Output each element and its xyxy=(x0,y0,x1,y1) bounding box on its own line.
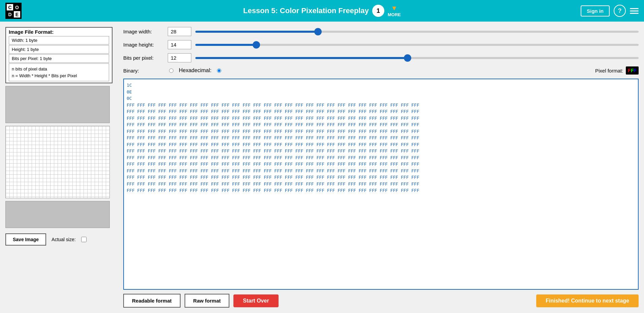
bits-per-pixel-label: Bits per pixel: xyxy=(123,55,164,61)
level-badge: 1 xyxy=(372,5,384,17)
format-note-line1: n bits of pixel data xyxy=(12,66,47,72)
image-width-input[interactable] xyxy=(168,27,191,36)
raw-format-button[interactable]: Raw format xyxy=(185,294,230,308)
help-button[interactable]: ? xyxy=(614,5,626,17)
hexadecimal-radio[interactable] xyxy=(217,68,221,73)
pixel-format-group: Pixel format: FFF xyxy=(595,66,639,75)
logo-o: O xyxy=(14,4,20,10)
binary-radio[interactable] xyxy=(169,68,173,73)
bits-per-pixel-row: Bits per pixel: xyxy=(123,53,639,62)
bottom-controls: Save Image Actual size: xyxy=(5,233,112,246)
more-button[interactable]: ▼ MORE xyxy=(388,4,401,17)
image-width-slider[interactable] xyxy=(195,31,639,33)
format-bpp-row: Bits per Pixel: 1 byte xyxy=(9,54,109,63)
bits-per-pixel-input[interactable] xyxy=(168,53,191,62)
bottom-buttons: Readable format Raw format Start Over Fi… xyxy=(123,294,639,308)
actual-size-checkbox[interactable] xyxy=(81,237,87,242)
bits-per-pixel-slider[interactable] xyxy=(195,57,639,59)
start-over-button[interactable]: Start Over xyxy=(233,294,278,307)
image-height-row: Image height: xyxy=(123,40,639,49)
format-height-row: Height: 1 byte xyxy=(9,45,109,54)
right-panel: Image width: Image height: Bits per pixe… xyxy=(118,22,644,313)
pixel-format-display: FFF xyxy=(626,66,639,75)
format-box-title: Image File Format: xyxy=(9,29,109,35)
more-label: MORE xyxy=(388,12,401,17)
radio-group: Binary: Hexadecimal: xyxy=(123,67,221,74)
format-note-line2: n = Width * Height * Bits per Pixel xyxy=(12,73,77,78)
text-area-wrapper: 1C 0E 0C FFF FFF FFF FFF FFF FFF FFF FFF… xyxy=(123,79,639,290)
help-label: ? xyxy=(618,7,622,15)
save-image-button[interactable]: Save Image xyxy=(5,233,46,246)
grid-canvas[interactable] xyxy=(5,126,110,198)
grid-canvas-inner xyxy=(6,126,109,198)
logo-e: E xyxy=(14,11,20,18)
logo-d: D xyxy=(7,11,13,18)
header: C O D E Lesson 5: Color Pixelation Freep… xyxy=(0,0,644,22)
image-width-label: Image width: xyxy=(123,29,164,34)
signin-button[interactable]: Sign in xyxy=(581,5,610,17)
image-width-row: Image width: xyxy=(123,27,639,36)
format-width-row: Width: 1 byte xyxy=(9,36,109,45)
finished-button[interactable]: Finished! Continue to next stage xyxy=(536,294,639,307)
header-title-group: Lesson 5: Color Pixelation Freeplay 1 ▼ … xyxy=(243,4,401,17)
pixel-r: F xyxy=(628,68,631,73)
menu-line3 xyxy=(630,13,639,14)
logo-c: C xyxy=(7,4,13,10)
lesson-title: Lesson 5: Color Pixelation Freeplay xyxy=(243,6,369,15)
left-panel: Image File Format: Width: 1 byte Height:… xyxy=(0,22,118,313)
image-height-label: Image height: xyxy=(123,42,164,48)
pixel-format-label: Pixel format: xyxy=(595,68,623,74)
more-arrow-icon: ▼ xyxy=(391,4,398,12)
hexadecimal-label: Hexadecimal: xyxy=(179,67,212,74)
format-box: Image File Format: Width: 1 byte Height:… xyxy=(5,27,112,83)
canvas-top xyxy=(5,86,110,123)
format-note: n bits of pixel data n = Width * Height … xyxy=(9,63,109,81)
menu-line1 xyxy=(630,8,639,9)
pixel-data-textarea[interactable]: 1C 0E 0C FFF FFF FFF FFF FFF FFF FFF FFF… xyxy=(124,79,638,289)
main-content: Image File Format: Width: 1 byte Height:… xyxy=(0,22,644,313)
canvas-bottom xyxy=(5,201,110,228)
pixel-b: F xyxy=(634,68,637,73)
menu-button[interactable] xyxy=(630,8,639,14)
binary-label: Binary: xyxy=(123,68,164,74)
format-row: Binary: Hexadecimal: Pixel format: FFF xyxy=(123,66,639,75)
actual-size-label: Actual size: xyxy=(52,237,76,242)
image-height-slider[interactable] xyxy=(195,44,639,46)
menu-line2 xyxy=(630,10,639,11)
readable-format-button[interactable]: Readable format xyxy=(123,294,181,308)
logo: C O D E xyxy=(5,3,22,19)
header-right: Sign in ? xyxy=(581,5,639,17)
image-height-input[interactable] xyxy=(168,40,191,49)
